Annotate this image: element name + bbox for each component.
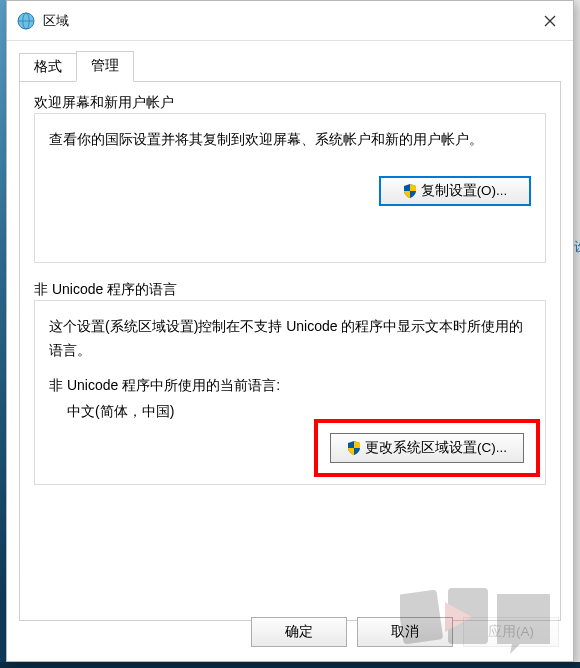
titlebar: 区域	[7, 1, 573, 41]
current-language-label: 非 Unicode 程序中所使用的当前语言:	[49, 377, 531, 395]
current-language-value: 中文(简体，中国)	[67, 403, 531, 421]
region-icon	[17, 12, 35, 30]
group-welcome-title: 欢迎屏幕和新用户帐户	[34, 94, 546, 112]
copy-settings-button[interactable]: 复制设置(O)...	[379, 176, 531, 206]
change-system-locale-button[interactable]: 更改系统区域设置(C)...	[330, 433, 524, 463]
cancel-button[interactable]: 取消	[357, 617, 453, 647]
group-welcome-desc: 查看你的国际设置并将其复制到欢迎屏幕、系统帐户和新的用户帐户。	[49, 128, 531, 152]
apply-button[interactable]: 应用(A)	[463, 617, 559, 647]
partial-link: 设	[574, 238, 580, 254]
bottom-edge-strip	[0, 662, 580, 668]
uac-shield-icon	[347, 441, 361, 455]
uac-shield-icon	[403, 184, 417, 198]
group-nonunicode-box: 这个设置(系统区域设置)控制在不支持 Unicode 的程序中显示文本时所使用的…	[34, 300, 546, 485]
group-nonunicode-desc: 这个设置(系统区域设置)控制在不支持 Unicode 的程序中显示文本时所使用的…	[49, 315, 531, 363]
ok-button[interactable]: 确定	[251, 617, 347, 647]
group-welcome: 欢迎屏幕和新用户帐户 查看你的国际设置并将其复制到欢迎屏幕、系统帐户和新的用户帐…	[34, 94, 546, 263]
dialog-window: 区域 格式 管理 欢迎屏幕和新用户帐户 查看你的国际设置并将其复制到欢迎屏幕、系…	[6, 0, 574, 662]
window-title: 区域	[43, 12, 527, 30]
copy-settings-label: 复制设置(O)...	[421, 182, 508, 200]
group-welcome-box: 查看你的国际设置并将其复制到欢迎屏幕、系统帐户和新的用户帐户。 复制设置(O).…	[34, 113, 546, 263]
change-system-locale-label: 更改系统区域设置(C)...	[365, 439, 507, 457]
tabs: 格式 管理	[7, 41, 573, 81]
tab-content: 欢迎屏幕和新用户帐户 查看你的国际设置并将其复制到欢迎屏幕、系统帐户和新的用户帐…	[19, 81, 561, 621]
footer-buttons: 确定 取消 应用(A)	[251, 617, 559, 647]
group-nonunicode: 非 Unicode 程序的语言 这个设置(系统区域设置)控制在不支持 Unico…	[34, 281, 546, 485]
highlight-box: 更改系统区域设置(C)...	[314, 419, 540, 477]
tab-format[interactable]: 格式	[19, 53, 76, 81]
close-button[interactable]	[527, 1, 573, 40]
group-nonunicode-title: 非 Unicode 程序的语言	[34, 281, 546, 299]
tab-admin[interactable]: 管理	[76, 51, 134, 82]
